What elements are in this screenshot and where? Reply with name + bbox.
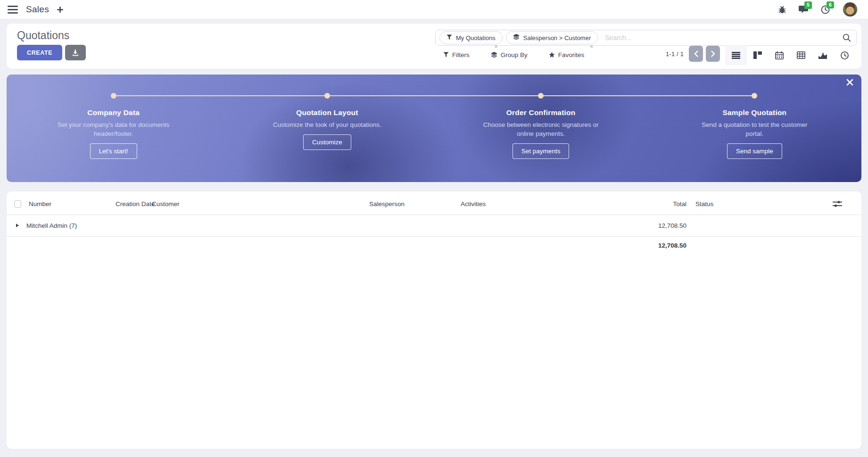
group-by-label: Group By	[501, 51, 528, 58]
debug-icon[interactable]	[778, 6, 786, 14]
pager-text: 1-1 / 1	[646, 50, 684, 58]
filter-icon	[446, 33, 452, 42]
favorites-menu[interactable]: Favorites	[549, 51, 585, 58]
column-header-number[interactable]: Number	[29, 194, 51, 215]
view-calendar-button[interactable]	[769, 45, 790, 65]
onboarding-step-sample-quotation: Sample Quotation Send a quotation to tes…	[648, 75, 861, 182]
favorites-label: Favorites	[558, 51, 585, 58]
step-title: Company Data	[87, 108, 140, 117]
group-caret-icon[interactable]	[16, 224, 19, 227]
search-input[interactable]	[601, 34, 843, 42]
view-kanban-button[interactable]	[747, 45, 769, 65]
column-header-status[interactable]: Status	[695, 194, 713, 215]
step-title: Order Confirmation	[506, 108, 576, 117]
select-all-checkbox[interactable]	[14, 200, 21, 208]
search-facet-my-quotations[interactable]: My Quotations ×	[439, 31, 503, 44]
view-list-button[interactable]	[725, 45, 747, 65]
facet-remove-icon[interactable]: ×	[590, 43, 594, 50]
apps-menu-icon[interactable]	[8, 6, 18, 14]
navbar-left: Sales	[8, 4, 63, 15]
page-title: Quotations	[17, 29, 69, 42]
step-dot-icon	[538, 93, 544, 99]
user-avatar[interactable]	[843, 2, 858, 17]
onboarding-step-quotation-layout: Quotation Layout Customize the look of y…	[220, 75, 434, 182]
step-title: Quotation Layout	[296, 108, 358, 117]
set-payments-button[interactable]: Set payments	[513, 143, 570, 159]
facet-label: My Quotations	[456, 34, 496, 42]
view-pivot-button[interactable]	[790, 45, 812, 65]
create-button[interactable]: CREATE	[17, 45, 62, 60]
top-navbar: Sales 5 6	[0, 0, 868, 19]
messages-icon[interactable]: 5	[799, 5, 808, 14]
search-icon[interactable]	[843, 33, 851, 42]
step-description: Choose between electronic signatures or …	[481, 120, 601, 138]
onboarding-banner: Company Data Set your company's data for…	[7, 75, 861, 182]
send-sample-button[interactable]: Send sample	[727, 143, 782, 159]
step-dot-icon	[752, 93, 757, 99]
step-description: Customize the look of your quotations.	[273, 120, 381, 129]
pager-next-button[interactable]	[706, 46, 720, 62]
facet-label: Salesperson > Customer	[523, 34, 591, 42]
onboarding-step-company-data: Company Data Set your company's data for…	[7, 75, 220, 182]
step-dot-icon	[324, 93, 330, 99]
column-header-creation-date[interactable]: Creation Date	[116, 194, 155, 215]
export-button[interactable]	[65, 45, 86, 60]
view-switcher	[725, 45, 855, 65]
column-header-customer[interactable]: Customer	[152, 194, 180, 215]
app-name[interactable]: Sales	[26, 4, 49, 15]
customize-button[interactable]: Customize	[303, 134, 351, 150]
control-panel: Quotations CREATE My Quotations × Salesp…	[7, 24, 861, 69]
onboarding-step-order-confirmation: Order Confirmation Choose between electr…	[434, 75, 648, 182]
activities-icon[interactable]: 6	[821, 5, 830, 14]
pager: 1-1 / 1	[646, 46, 720, 62]
lets-start-button[interactable]: Let's start!	[90, 143, 137, 159]
onboarding-steps: Company Data Set your company's data for…	[7, 75, 861, 182]
messages-badge: 5	[804, 1, 812, 9]
screen: Sales 5 6 Quotations CREATE	[0, 0, 868, 457]
group-row-mitchell-admin[interactable]: Mitchell Admin (7) 12,708.50	[7, 215, 861, 237]
group-label[interactable]: Mitchell Admin (7)	[26, 215, 77, 236]
column-header-activities[interactable]: Activities	[461, 194, 486, 215]
list-header-row: Number Creation Date Customer Salesperso…	[7, 194, 861, 215]
add-icon[interactable]	[57, 7, 63, 13]
list-footer-row: 12,708.50	[7, 237, 861, 254]
layers-icon	[513, 33, 520, 42]
quotations-list: Number Creation Date Customer Salesperso…	[7, 191, 861, 449]
group-by-menu[interactable]: Group By	[491, 51, 528, 58]
column-header-salesperson[interactable]: Salesperson	[369, 194, 405, 215]
group-total: 12,708.50	[592, 215, 686, 236]
action-buttons: CREATE	[17, 45, 86, 60]
navbar-right: 5 6	[778, 2, 860, 17]
optional-columns-icon[interactable]	[833, 200, 842, 208]
pager-previous-button[interactable]	[689, 46, 703, 62]
search-menus: Filters Group By Favorites	[443, 47, 584, 62]
search-bar[interactable]: My Quotations × Salesperson > Customer ×	[435, 30, 857, 46]
step-title: Sample Quotation	[722, 108, 786, 117]
step-dot-icon	[111, 93, 116, 99]
view-activity-button[interactable]	[834, 45, 855, 65]
activities-badge: 6	[827, 1, 834, 9]
step-description: Set your company's data for documents he…	[53, 120, 174, 138]
view-graph-button[interactable]	[812, 45, 834, 65]
filters-label: Filters	[452, 51, 470, 58]
filters-menu[interactable]: Filters	[443, 51, 470, 58]
column-header-total[interactable]: Total	[592, 194, 686, 215]
step-description: Send a quotation to test the customer po…	[694, 120, 815, 138]
close-icon[interactable]	[846, 79, 853, 86]
search-facet-groupby-salesperson-customer[interactable]: Salesperson > Customer ×	[506, 31, 598, 44]
footer-total: 12,708.50	[592, 237, 686, 254]
